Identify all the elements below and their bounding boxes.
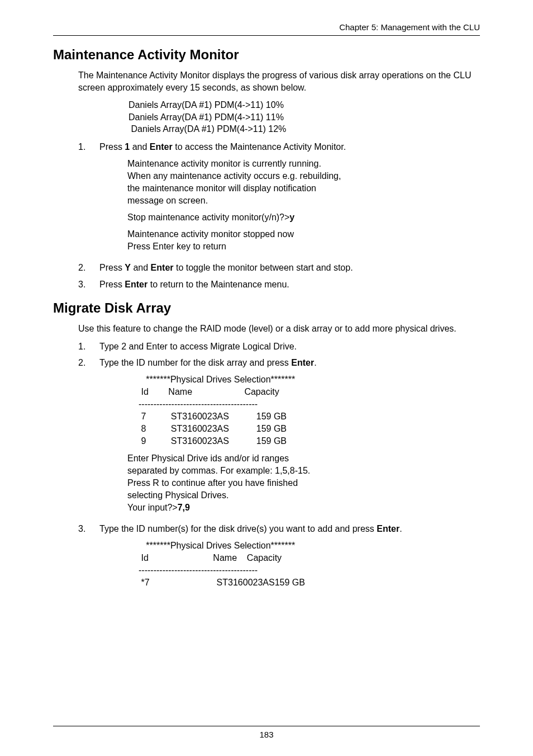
step-number: 3.: [78, 523, 99, 593]
step-text: Press Y and Enter to toggle the monitor …: [99, 262, 480, 274]
console-line: When any maintenance activity occurs e.g…: [127, 170, 480, 182]
step-item: 3. Type the ID number(s) for the disk dr…: [78, 523, 480, 593]
step-item: 2. Press Y and Enter to toggle the monit…: [78, 262, 480, 274]
t: Stop maintenance activity monitor(y/n)?>: [127, 212, 289, 222]
intro-migrate: Use this feature to change the RAID mode…: [78, 323, 480, 335]
drive-table: *******Physical Drives Selection******* …: [139, 540, 480, 589]
step-text: Type the ID number for the disk array an…: [99, 357, 480, 518]
intro-maintenance: The Maintenance Activity Monitor display…: [78, 69, 480, 93]
table-header: Id Name Capacity: [139, 386, 480, 398]
console-line: Stop maintenance activity monitor(y/n)?>…: [127, 211, 480, 224]
step-item: 3. Press Enter to return to the Maintena…: [78, 278, 480, 291]
t: Type the ID number for the disk array an…: [99, 358, 291, 367]
table-header: Id Name Capacity: [139, 552, 480, 564]
header-chapter: Chapter 5: Management with the CLU: [53, 22, 480, 36]
sample-line: Daniels Array(DA #1) PDM(4->11) 12%: [129, 123, 480, 135]
console-block: Maintenance activity monitor is currentl…: [127, 158, 480, 207]
console-block: Stop maintenance activity monitor(y/n)?>…: [127, 211, 480, 224]
t: to return to the Maintenance menu.: [147, 280, 289, 289]
console-line: Enter Physical Drive ids and/or id range…: [127, 452, 480, 465]
t: and: [131, 263, 151, 272]
console-line: Maintenance activity monitor stopped now: [127, 228, 480, 240]
table-row: 7 ST3160023AS 159 GB: [139, 410, 480, 423]
t: Your input?>: [127, 503, 178, 512]
user-input: 7,9: [178, 503, 190, 512]
key: Enter: [377, 524, 399, 533]
table-row: 8 ST3160023AS 159 GB: [139, 423, 480, 435]
t: to access the Maintenance Activity Monit…: [173, 142, 346, 152]
t: Press: [99, 280, 125, 289]
step-item: 1. Press 1 and Enter to access the Maint…: [78, 141, 480, 257]
sample-line: Daniels Array(DA #1) PDM(4->11) 11%: [129, 111, 480, 124]
step-text: Type 2 and Enter to access Migrate Logic…: [99, 341, 480, 353]
table-row: *7 ST3160023AS159 GB: [139, 577, 480, 589]
t: .: [314, 358, 316, 367]
step-item: 2. Type the ID number for the disk array…: [78, 357, 480, 518]
key: Enter: [291, 358, 314, 367]
step-number: 2.: [78, 357, 99, 518]
t: and: [130, 142, 150, 152]
step-item: 1. Type 2 and Enter to access Migrate Lo…: [78, 341, 480, 353]
step-number: 1.: [78, 141, 99, 257]
console-line: Maintenance activity monitor is currentl…: [127, 158, 480, 170]
heading-migrate: Migrate Disk Array: [53, 300, 480, 316]
console-line: Press R to continue after you have finis…: [127, 477, 480, 489]
t: to toggle the monitor between start and …: [174, 263, 353, 272]
t: .: [399, 524, 402, 533]
table-title: *******Physical Drives Selection*******: [139, 540, 480, 552]
page-number: 183: [259, 730, 273, 739]
step-number: 3.: [78, 278, 99, 291]
console-line: Your input?>7,9: [127, 502, 480, 514]
console-line: selecting Physical Drives.: [127, 489, 480, 502]
step-text: Type the ID number(s) for the disk drive…: [99, 523, 480, 593]
key: 1: [125, 142, 130, 152]
console-line: Press Enter key to return: [127, 240, 480, 253]
console-line: separated by commas. For example: 1,5,8-…: [127, 465, 480, 477]
key: Y: [125, 263, 131, 272]
console-line: message on screen.: [127, 195, 480, 207]
t: Press: [99, 142, 125, 152]
table-title: *******Physical Drives Selection*******: [139, 374, 480, 386]
table-row: 9 ST3160023AS 159 GB: [139, 435, 480, 447]
t: Type the ID number(s) for the disk drive…: [99, 524, 377, 533]
console-line: the maintenance monitor will display not…: [127, 182, 480, 195]
sample-line: Daniels Array(DA #1) PDM(4->11) 10%: [129, 99, 480, 111]
console-block: Maintenance activity monitor stopped now…: [127, 228, 480, 253]
key: Enter: [125, 280, 147, 289]
t: Press: [99, 263, 125, 272]
footer: 183: [53, 726, 480, 739]
step-text: Press Enter to return to the Maintenance…: [99, 278, 480, 291]
key: Enter: [150, 142, 173, 152]
step-text: Press 1 and Enter to access the Maintena…: [99, 141, 480, 257]
table-sep: ----------------------------------------: [139, 564, 480, 577]
drive-table: *******Physical Drives Selection******* …: [139, 374, 480, 447]
key: Enter: [151, 263, 174, 272]
sample-output: Daniels Array(DA #1) PDM(4->11) 10% Dani…: [129, 99, 480, 135]
heading-maintenance: Maintenance Activity Monitor: [53, 47, 480, 63]
user-input: y: [289, 212, 294, 222]
console-block: Enter Physical Drive ids and/or id range…: [127, 452, 480, 514]
table-sep: ----------------------------------------: [139, 398, 480, 410]
step-number: 1.: [78, 341, 99, 353]
step-number: 2.: [78, 262, 99, 274]
